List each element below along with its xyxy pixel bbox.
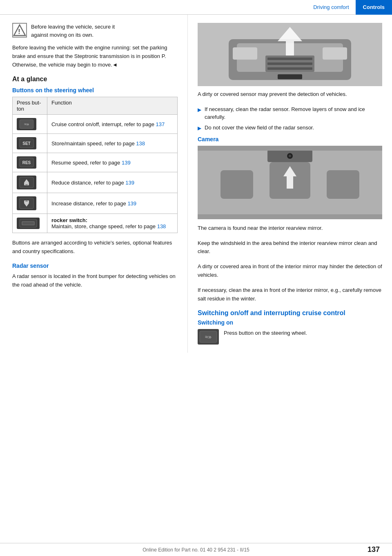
switching-on-text: Press button on the steering wheel. <box>224 329 307 338</box>
set-button-icon: SET <box>17 137 36 149</box>
header-controls: Controls <box>356 0 392 15</box>
function-cell-cruise: Cruise control on/off, interrupt, refer … <box>47 115 177 134</box>
table-row: rocker switch: Maintain, store, change s… <box>13 214 178 233</box>
buttons-note: Buttons are arranged according to vehicl… <box>12 239 178 256</box>
function-cell-rocker: rocker switch: Maintain, store, change s… <box>47 214 177 233</box>
btn-cell-cruise: ≈» <box>13 115 47 134</box>
page-footer: Online Edition for Part no. 01 40 2 954 … <box>0 543 392 556</box>
bullet-text-1: If necessary, clean the radar sensor. Re… <box>205 105 382 121</box>
page-link-139c[interactable]: 139 <box>127 200 136 207</box>
table-row: ≈» Cruise control on/off, interrupt, ref… <box>13 115 178 134</box>
table-row: RES Resume speed, refer to page 139 <box>13 153 178 172</box>
warning-icon: ! <box>12 23 27 38</box>
svg-rect-39 <box>198 214 382 219</box>
buttons-heading: Buttons on the steering wheel <box>12 87 178 93</box>
right-column: A dirty or covered sensor may prevent th… <box>188 15 392 353</box>
dirty-sensor-text: A dirty or covered sensor may prevent th… <box>198 90 382 99</box>
rocker-switch-icon <box>17 218 40 229</box>
header-driving-comfort: Driving comfort <box>307 4 355 10</box>
svg-text:RES: RES <box>22 160 31 165</box>
table-row: Increase distance, refer to page 139 <box>13 193 178 214</box>
btn-cell-set: SET <box>13 134 47 153</box>
warning-text: Before leaving the vehicle, secure it ag… <box>31 23 115 39</box>
btn-cell-res: RES <box>13 153 47 172</box>
btn-cell-rocker <box>13 214 47 233</box>
svg-rect-18 <box>22 222 34 225</box>
radar-car-image <box>198 23 382 86</box>
switching-on-row: ≈» Press button on the steering wheel. <box>198 329 382 345</box>
btn-cell-increase <box>13 193 47 214</box>
svg-text:!: ! <box>18 28 20 35</box>
radar-sensor-section: Radar sensor A radar sensor is located i… <box>12 262 178 289</box>
svg-rect-33 <box>327 170 359 199</box>
svg-point-36 <box>289 155 291 157</box>
rocker-label: rocker switch: <box>51 217 87 223</box>
res-button-icon: RES <box>17 156 36 169</box>
function-cell-set: Store/maintain speed, refer to page 138 <box>47 134 177 153</box>
svg-rect-29 <box>278 74 302 79</box>
warning-box: ! Before leaving the vehicle, secure it … <box>12 23 178 39</box>
footer-page-number: 137 <box>368 545 380 554</box>
table-row: SET Store/maintain speed, refer to page … <box>13 134 178 153</box>
footer-text: Online Edition for Part no. 01 40 2 954 … <box>143 547 249 553</box>
cruise-button-icon: ≈» <box>17 118 36 130</box>
bullet-text-2: Do not cover the view field of the radar… <box>205 124 314 132</box>
switching-heading: Switching on/off and interrupting cruise… <box>198 309 382 317</box>
camera-body3: A dirty or covered area in front of the … <box>198 262 382 280</box>
svg-rect-31 <box>220 170 253 199</box>
svg-rect-38 <box>198 146 382 151</box>
col-press-button: Press but-ton <box>13 97 47 115</box>
col-function: Function <box>47 97 177 115</box>
table-row: Reduce distance, refer to page 139 <box>13 172 178 193</box>
svg-rect-26 <box>267 62 312 65</box>
function-cell-res: Resume speed, refer to page 139 <box>47 153 177 172</box>
at-a-glance-heading: At a glance <box>12 76 178 83</box>
camera-body4: If necessary, clean the area in front of… <box>198 286 382 303</box>
btn-cell-reduce <box>13 172 47 193</box>
bullet-arrow-icon: ▶ <box>198 106 201 113</box>
svg-rect-23 <box>323 47 347 60</box>
function-cell-reduce: Reduce distance, refer to page 139 <box>47 172 177 193</box>
switching-on-heading: Switching on <box>198 319 382 326</box>
body-warning-text: Before leaving the vehicle with the engi… <box>12 44 178 69</box>
at-a-glance-section: At a glance Buttons on the steering whee… <box>12 76 178 256</box>
svg-rect-27 <box>267 67 312 70</box>
camera-body2: Keep the windshield in the area behind t… <box>198 239 382 256</box>
page-link-138a[interactable]: 138 <box>136 140 145 147</box>
svg-text:≈»: ≈» <box>24 122 29 127</box>
page-link-138b[interactable]: 138 <box>157 223 166 229</box>
reduce-distance-icon <box>17 176 36 189</box>
buttons-table: Press but-ton Function ≈» <box>12 97 178 233</box>
svg-rect-25 <box>267 58 312 60</box>
main-content: ! Before leaving the vehicle, secure it … <box>0 15 392 353</box>
page-link-137a[interactable]: 137 <box>156 121 165 127</box>
page-header: Driving comfort Controls <box>0 0 392 15</box>
radar-sensor-body: A radar sensor is located in the front b… <box>12 272 178 289</box>
list-item: ▶ Do not cover the view field of the rad… <box>198 124 382 132</box>
radar-sensor-heading: Radar sensor <box>12 262 178 269</box>
svg-text:≈»: ≈» <box>205 334 212 340</box>
page-link-139b[interactable]: 139 <box>125 180 134 186</box>
page-link-139a[interactable]: 139 <box>122 160 131 166</box>
left-column: ! Before leaving the vehicle, secure it … <box>0 15 188 353</box>
function-cell-increase: Increase distance, refer to page 139 <box>47 193 177 214</box>
camera-body1: The camera is found near the interior re… <box>198 224 382 233</box>
radar-bullet-list: ▶ If necessary, clean the radar sensor. … <box>198 105 382 132</box>
switching-cruise-icon: ≈» <box>198 329 219 345</box>
bullet-arrow-icon: ▶ <box>198 125 201 132</box>
svg-text:SET: SET <box>22 141 30 146</box>
list-item: ▶ If necessary, clean the radar sensor. … <box>198 105 382 121</box>
camera-heading: Camera <box>198 136 382 142</box>
increase-distance-icon <box>17 196 36 210</box>
camera-image <box>198 146 382 219</box>
svg-rect-22 <box>233 47 257 60</box>
